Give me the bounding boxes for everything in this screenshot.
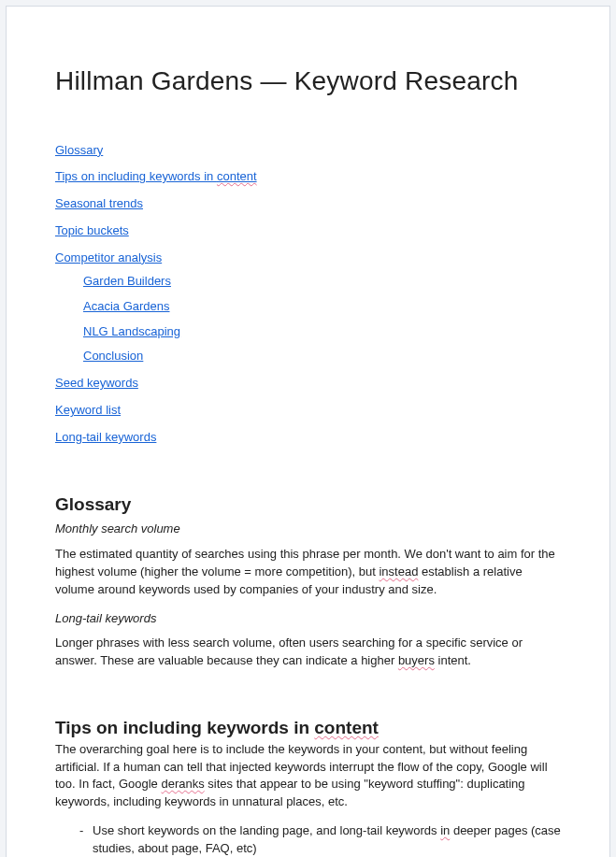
toc-subitem: Acacia Gardens [83,298,561,316]
toc-link-seasonal[interactable]: Seasonal trends [55,196,143,210]
spellcheck-word: instead [379,564,418,578]
document-viewport: Hillman Gardens — Keyword Research Gloss… [0,0,616,857]
tips-bullet-list: Use short keywords on the landing page, … [79,822,561,857]
toc-link-tips[interactable]: Tips on including keywords in content [55,169,257,183]
spellcheck-word: content [314,718,379,737]
section-heading-tips: Tips on including keywords in content [55,715,561,741]
toc-item: Competitor analysis Garden Builders Acac… [55,250,561,365]
spellcheck-word: deranks [161,777,204,791]
heading-text: Tips on including keywords in [55,718,314,737]
section-heading-glossary: Glossary [55,492,561,518]
toc-link-text: Tips on including keywords in [55,169,217,183]
toc-item: Glossary [55,142,561,160]
toc-item: Tips on including keywords in content [55,168,561,186]
toc-link-garden-builders[interactable]: Garden Builders [83,274,171,288]
toc-subitem: Garden Builders [83,273,561,291]
toc-item: Seasonal trends [55,195,561,213]
toc-link-acacia[interactable]: Acacia Gardens [83,299,170,313]
toc-item: Topic buckets [55,222,561,240]
toc-item: Seed keywords [55,375,561,393]
spellcheck-word: content [217,169,257,183]
document-page: Hillman Gardens — Keyword Research Gloss… [6,6,610,857]
toc-link-glossary[interactable]: Glossary [55,143,103,157]
glossary-term-label: Monthly search volume [55,521,561,538]
spellcheck-word: in [440,823,450,837]
toc-sublist: Garden Builders Acacia Gardens NLG Lands… [83,273,561,365]
glossary-term-body: The estimated quantity of searches using… [55,546,561,599]
toc-link-keyword-list[interactable]: Keyword list [55,403,121,417]
toc-link-long-tail[interactable]: Long-tail keywords [55,430,156,444]
page-title: Hillman Gardens — Keyword Research [55,63,561,101]
toc-item: Long-tail keywords [55,429,561,447]
toc-link-topic-buckets[interactable]: Topic buckets [55,223,129,237]
toc-link-seed[interactable]: Seed keywords [55,376,138,390]
list-item: Use short keywords on the landing page, … [79,822,561,857]
glossary-term-label: Long-tail keywords [55,610,561,628]
toc-link-competitor[interactable]: Competitor analysis [55,250,162,264]
glossary-term-body: Longer phrases with less search volume, … [55,635,561,670]
toc-link-nlg[interactable]: NLG Landscaping [83,324,180,338]
toc-item: Keyword list [55,402,561,420]
tips-body: The overarching goal here is to include … [55,741,561,811]
table-of-contents: Glossary Tips on including keywords in c… [55,142,561,447]
toc-link-conclusion[interactable]: Conclusion [83,349,143,363]
toc-subitem: NLG Landscaping [83,323,561,341]
spellcheck-word: buyers [398,653,435,667]
toc-subitem: Conclusion [83,348,561,365]
body-text: Use short keywords on the landing page, … [93,823,440,837]
body-text: intent. [435,653,471,667]
